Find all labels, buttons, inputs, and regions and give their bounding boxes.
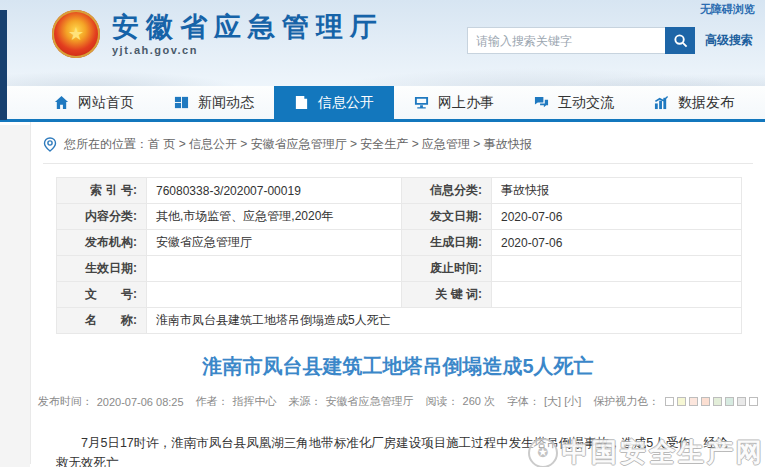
article-body: 7月5日17时许，淮南市凤台县凤凰湖三角地带标准化厂房建设项目施工过程中发生塔吊… (56, 433, 740, 467)
divider (43, 163, 753, 164)
table-row: 发布机构: 安徽省应急管理厅 生成日期: 2020-07-06 (57, 230, 742, 256)
info-table: 索 引 号: 76080338-3/202007-00019 信息分类: 事故快… (56, 177, 742, 334)
home-icon (54, 95, 69, 110)
field-value: 其他,市场监管、应急管理,2020年 (147, 204, 402, 230)
table-row: 生效日期: 废止时间: (57, 256, 742, 282)
nav-item-interaction[interactable]: 互动交流 (514, 86, 634, 119)
site-title: 安徽省应急管理厅 (112, 12, 384, 42)
views-label: 阅读： (426, 394, 459, 409)
search-zone: 高级搜索 (467, 27, 753, 54)
field-value: 事故快报 (492, 178, 742, 204)
field-value (492, 282, 742, 308)
table-row: 名 称: 淮南市凤台县建筑工地塔吊倒塌造成5人死亡 (57, 308, 742, 334)
breadcrumb-text: 您所在的位置：首 页 > 信息公开 > 安徽省应急管理厅 > 安全生产 > 应急… (64, 136, 532, 153)
field-label: 名 称: (57, 308, 147, 334)
field-label: 生效日期: (57, 256, 147, 282)
vision-color-swatch[interactable] (713, 397, 722, 406)
field-label: 关 键 词: (402, 282, 492, 308)
breadcrumb[interactable]: 您所在的位置：首 页 > 信息公开 > 安徽省应急管理厅 > 安全生产 > 应急… (31, 122, 765, 163)
source-value: 安徽省应急管理厅 (326, 394, 414, 409)
news-icon (174, 95, 189, 110)
article-title: 淮南市凤台县建筑工地塔吊倒塌造成5人死亡 (31, 353, 765, 380)
accessibility-link[interactable]: 无障碍浏览 (700, 2, 755, 17)
nav-item-label: 数据发布 (678, 94, 734, 112)
field-label: 内容分类: (57, 204, 147, 230)
vision-color-swatch[interactable] (737, 397, 746, 406)
site-url: yjt.ah.gov.cn (112, 44, 384, 56)
nav-item-home[interactable]: 网站首页 (34, 86, 154, 119)
main-nav: 网站首页 新闻动态 信息公开 网上办事 互动交流 数据发布 (0, 86, 765, 122)
national-emblem-logo: ★ (52, 10, 100, 58)
site-brand[interactable]: ★ 安徽省应急管理厅 yjt.ah.gov.cn (52, 10, 384, 58)
vision-color-swatch[interactable] (725, 397, 734, 406)
table-row: 内容分类: 其他,市场监管、应急管理,2020年 发文日期: 2020-07-0… (57, 204, 742, 230)
font-size-label: 字体： (507, 394, 540, 409)
nav-item-info-disclosure[interactable]: 信息公开 (274, 86, 394, 119)
search-button[interactable] (665, 27, 695, 54)
field-label: 发布机构: (57, 230, 147, 256)
left-gutter (0, 125, 30, 467)
nav-item-online-services[interactable]: 网上办事 (394, 86, 514, 119)
table-row: 索 引 号: 76080338-3/202007-00019 信息分类: 事故快… (57, 178, 742, 204)
views-value: 260 次 (463, 394, 495, 409)
nav-item-label: 网站首页 (78, 94, 134, 112)
field-label: 信息分类: (402, 178, 492, 204)
field-value: 安徽省应急管理厅 (147, 230, 402, 256)
field-value (492, 256, 742, 282)
published-value: 2020-07-06 08:25 (97, 396, 184, 408)
field-value: 淮南市凤台县建筑工地塔吊倒塌造成5人死亡 (147, 308, 742, 334)
nav-item-data-release[interactable]: 数据发布 (634, 86, 754, 119)
search-icon (673, 33, 688, 48)
nav-item-label: 信息公开 (318, 94, 374, 112)
field-value: 2020-07-06 (492, 204, 742, 230)
field-value: 76080338-3/202007-00019 (147, 178, 402, 204)
location-pin-icon (43, 137, 57, 153)
left-edge-stripe (0, 10, 7, 120)
field-label: 发文日期: (402, 204, 492, 230)
site-header: 无障碍浏览 ★ 安徽省应急管理厅 yjt.ah.gov.cn 高级搜索 (0, 0, 765, 86)
author-label: 作者： (196, 394, 229, 409)
chart-icon (654, 95, 669, 110)
nav-item-label: 网上办事 (438, 94, 494, 112)
search-box (467, 27, 695, 54)
search-input[interactable] (467, 27, 665, 54)
vision-color-swatch[interactable] (701, 397, 710, 406)
vision-color-label: 保护视力色： (593, 394, 659, 409)
brand-text: 安徽省应急管理厅 yjt.ah.gov.cn (112, 12, 384, 56)
advanced-search-link[interactable]: 高级搜索 (705, 32, 753, 49)
nav-item-news[interactable]: 新闻动态 (154, 86, 274, 119)
author-value: 指挥中心 (233, 394, 277, 409)
vision-color-swatch[interactable] (689, 397, 698, 406)
vision-color-swatches (665, 397, 758, 406)
monitor-icon (414, 95, 429, 110)
article-meta: 发布时间：2020-07-06 08:25 作者：指挥中心 来源：安徽省应急管理… (31, 394, 765, 409)
font-size-options[interactable]: [大] [小] (544, 394, 581, 409)
field-label: 文 号: (57, 282, 147, 308)
page: 无障碍浏览 ★ 安徽省应急管理厅 yjt.ah.gov.cn 高级搜索 (0, 0, 765, 467)
table-row: 文 号: 关 键 词: (57, 282, 742, 308)
source-label: 来源： (289, 394, 322, 409)
nav-item-label: 新闻动态 (198, 94, 254, 112)
document-icon (294, 95, 309, 110)
field-label: 废止时间: (402, 256, 492, 282)
vision-color-swatch[interactable] (665, 397, 674, 406)
field-value: 2020-07-06 (492, 230, 742, 256)
content-card: 您所在的位置：首 页 > 信息公开 > 安徽省应急管理厅 > 安全生产 > 应急… (30, 122, 765, 464)
field-value (147, 256, 402, 282)
field-label: 生成日期: (402, 230, 492, 256)
vision-color-swatch[interactable] (677, 397, 686, 406)
field-value (147, 282, 402, 308)
published-label: 发布时间： (38, 394, 93, 409)
vision-color-swatch[interactable] (749, 397, 758, 406)
field-label: 索 引 号: (57, 178, 147, 204)
nav-item-label: 互动交流 (558, 94, 614, 112)
chat-icon (534, 95, 549, 110)
